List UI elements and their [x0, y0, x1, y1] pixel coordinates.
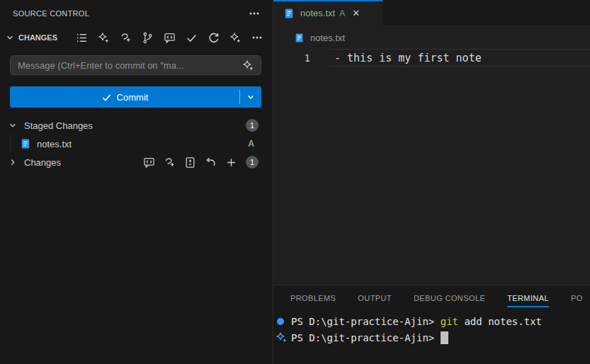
code-line: 1 - this is my first note: [273, 49, 590, 67]
changes-toolbar: [74, 30, 264, 45]
source-control-sidebar: SOURCE CONTROL CHANGES: [0, 0, 273, 364]
tab-notes-txt[interactable]: notes.txt A ✕: [273, 0, 382, 25]
stage-all-plus-icon[interactable]: [224, 155, 238, 169]
text-file-icon: [292, 30, 306, 45]
command-decoration-dot-icon[interactable]: [273, 318, 291, 325]
panel-tab-debug-console[interactable]: DEBUG CONSOLE: [414, 285, 485, 311]
editor-tab-bar: notes.txt A ✕: [273, 0, 590, 25]
panel-tab-bar: PROBLEMS OUTPUT DEBUG CONSOLE TERMINAL P…: [273, 285, 590, 311]
staged-changes-label: Staged Changes: [24, 120, 93, 131]
terminal-cursor: [441, 331, 448, 344]
editor-and-panel: notes.txt A ✕ notes.txt 1 - this is my f…: [273, 0, 590, 364]
hook-plus-icon[interactable]: [162, 155, 176, 169]
comment-code-icon[interactable]: [162, 30, 176, 45]
copilot-sparkle-icon[interactable]: [96, 30, 110, 45]
line-number: 1: [273, 52, 329, 64]
code-area: 1 - this is my first note: [273, 49, 590, 67]
commit-check-icon[interactable]: [184, 30, 198, 45]
staged-count-badge: 1: [246, 119, 259, 132]
changes-section-label: CHANGES: [18, 33, 57, 42]
staged-file-name: notes.txt: [37, 139, 72, 149]
commit-message-input[interactable]: Message (Ctrl+Enter to commit on "ma...: [10, 55, 261, 75]
changes-row-actions: 1: [142, 155, 259, 169]
terminal-command-args: add notes.txt: [458, 316, 542, 327]
sidebar-header: SOURCE CONTROL: [0, 0, 273, 27]
terminal-prompt: PS D:\git-practice-Ajin>: [291, 316, 441, 327]
hook-plus-icon[interactable]: [118, 30, 132, 45]
panel-tab-ports-clipped[interactable]: PO: [571, 285, 583, 311]
copilot-sparkle-icon[interactable]: [241, 58, 255, 72]
panel-tab-output[interactable]: OUTPUT: [358, 285, 392, 311]
commit-message-placeholder: Message (Ctrl+Enter to commit on "ma...: [18, 60, 241, 71]
check-icon: [101, 92, 112, 103]
copilot-sparkle-icon[interactable]: [273, 331, 291, 343]
more-actions-icon[interactable]: [250, 30, 264, 45]
terminal-command: git: [441, 316, 458, 327]
changes-group[interactable]: Changes 1: [0, 153, 273, 171]
commit-split-button: Commit: [10, 86, 261, 108]
terminal-line: PS D:\git-practice-Ajin> git add notes.t…: [273, 313, 590, 329]
breadcrumb-file-name[interactable]: notes.txt: [310, 33, 345, 43]
bottom-panel: PROBLEMS OUTPUT DEBUG CONSOLE TERMINAL P…: [273, 285, 590, 364]
source-control-graph-icon[interactable]: [140, 30, 154, 45]
terminal-line: PS D:\git-practice-Ajin>: [273, 329, 590, 346]
chevron-down-icon: [246, 92, 256, 102]
discard-icon[interactable]: [203, 155, 217, 169]
commit-button[interactable]: Commit: [10, 86, 239, 108]
terminal-prompt: PS D:\git-practice-Ajin>: [291, 332, 441, 343]
copilot-sparkle-icon[interactable]: [228, 30, 242, 45]
comment-code-icon[interactable]: [142, 155, 156, 169]
panel-tab-problems[interactable]: PROBLEMS: [290, 285, 336, 311]
view-as-list-icon[interactable]: [74, 30, 89, 45]
tree-indent-guide: [10, 135, 11, 153]
more-actions-icon[interactable]: [247, 6, 261, 21]
commit-dropdown-button[interactable]: [240, 86, 261, 108]
text-file-icon: [282, 6, 296, 21]
editor-pane[interactable]: notes.txt 1 - this is my first note: [273, 25, 590, 285]
file-diff-icon[interactable]: [183, 155, 197, 169]
staged-changes-group[interactable]: Staged Changes 1: [0, 116, 273, 135]
text-file-icon: [18, 137, 33, 151]
refresh-icon[interactable]: [206, 30, 220, 45]
tab-label: notes.txt: [300, 8, 335, 18]
staged-file-row[interactable]: notes.txt A: [0, 135, 273, 153]
changes-count-badge: 1: [246, 156, 259, 169]
chevron-right-icon[interactable]: [6, 155, 20, 169]
panel-tab-terminal[interactable]: TERMINAL: [507, 285, 549, 311]
close-icon[interactable]: ✕: [352, 8, 360, 18]
terminal[interactable]: PS D:\git-practice-Ajin> git add notes.t…: [273, 311, 590, 364]
chevron-down-icon[interactable]: [6, 118, 20, 132]
changes-group-label: Changes: [24, 157, 61, 168]
breadcrumb: notes.txt: [273, 25, 590, 45]
tab-git-status: A: [339, 8, 345, 18]
line-text[interactable]: - this is my first note: [329, 49, 590, 67]
changes-section-header[interactable]: CHANGES: [0, 27, 273, 48]
git-status-added: A: [248, 139, 259, 149]
vscode-window: SOURCE CONTROL CHANGES: [0, 0, 590, 364]
chevron-down-icon[interactable]: [3, 30, 17, 45]
commit-button-label: Commit: [117, 92, 149, 103]
sidebar-title: SOURCE CONTROL: [13, 9, 89, 18]
